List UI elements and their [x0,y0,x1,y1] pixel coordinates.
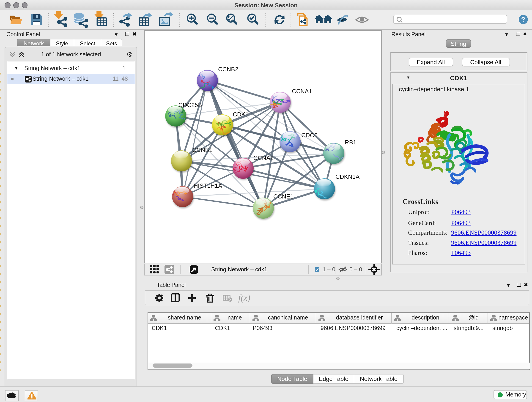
svg-text:f(x): f(x) [238,293,250,303]
svg-text:CDC25B: CDC25B [178,102,202,108]
svg-text:CCNB2: CCNB2 [218,66,238,73]
svg-text:CCNA2: CCNA2 [253,154,273,161]
svg-text:1 – 0: 1 – 0 [323,266,336,272]
svg-text:CDK1: CDK1 [233,111,249,118]
svg-text:CCNE1: CCNE1 [273,193,293,200]
svg-text:0 – 0: 0 – 0 [349,266,362,272]
svg-text:CCNB1: CCNB1 [192,147,212,153]
svg-text:CDKN1A: CDKN1A [336,173,360,180]
svg-text:CDC6: CDC6 [301,132,317,139]
svg-text:?: ? [521,16,525,23]
svg-text:CCNA1: CCNA1 [292,88,312,95]
svg-text:HIST1H1A: HIST1H1A [194,182,222,189]
svg-text:String Network – cdk1: String Network – cdk1 [211,266,267,272]
svg-text:RB1: RB1 [345,139,356,146]
